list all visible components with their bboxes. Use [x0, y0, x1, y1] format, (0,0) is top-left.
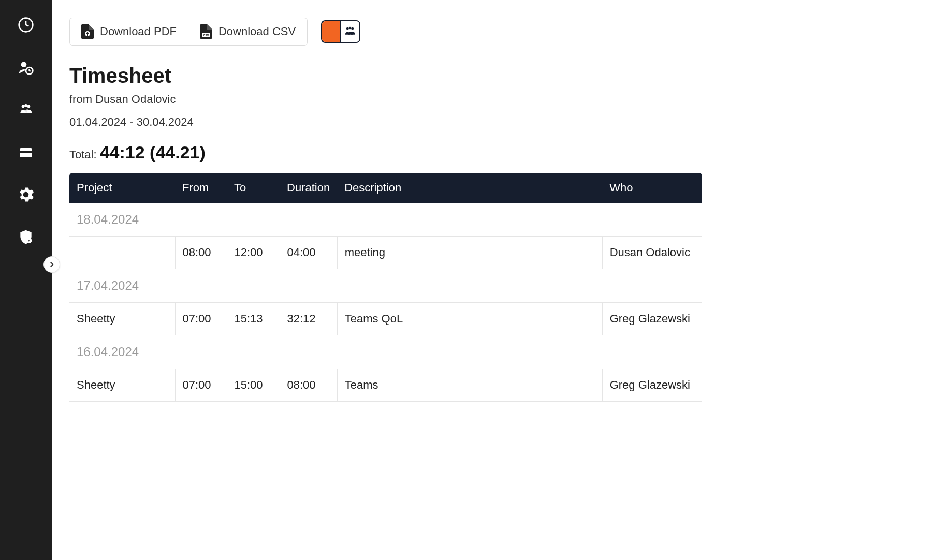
cell-description: Teams: [337, 369, 602, 402]
page-title: Timesheet: [69, 64, 915, 87]
cell-from: 08:00: [175, 237, 227, 269]
table-row: Sheetty07:0015:0008:00TeamsGreg Glazewsk…: [69, 369, 702, 402]
csv-file-icon: csv: [200, 24, 212, 39]
download-pdf-button[interactable]: Download PDF: [69, 18, 188, 46]
timesheet-table: Project From To Duration Description Who…: [69, 173, 702, 402]
date-group-label: 17.04.2024: [69, 269, 702, 303]
shield-icon[interactable]: e: [17, 228, 35, 246]
date-group-label: 16.04.2024: [69, 335, 702, 369]
svg-point-8: [24, 193, 27, 196]
cell-description: Teams QoL: [337, 303, 602, 335]
clock-icon[interactable]: [17, 16, 35, 34]
cell-to: 12:00: [227, 237, 280, 269]
cell-to: 15:13: [227, 303, 280, 335]
svg-point-15: [349, 27, 352, 30]
table-row: Sheetty07:0015:1332:12Teams QoLGreg Glaz…: [69, 303, 702, 335]
svg-point-4: [24, 104, 27, 107]
download-csv-label: Download CSV: [218, 25, 296, 38]
svg-text:e: e: [28, 239, 31, 243]
date-group-label: 18.04.2024: [69, 203, 702, 237]
svg-point-1: [21, 62, 27, 67]
cell-who: Greg Glazewski: [602, 303, 702, 335]
view-toggle-left[interactable]: [322, 21, 341, 42]
col-from: From: [175, 173, 227, 203]
col-project: Project: [69, 173, 175, 203]
total-value: 44:12 (44.21): [100, 142, 206, 162]
col-who: Who: [602, 173, 702, 203]
total-line: Total: 44:12 (44.21): [69, 142, 915, 163]
subtitle-prefix: from: [69, 93, 95, 106]
card-icon[interactable]: [17, 143, 35, 161]
table-row: 08:0012:0004:00meetingDusan Odalovic: [69, 237, 702, 269]
subtitle: from Dusan Odalovic: [69, 93, 915, 106]
download-csv-button[interactable]: csv Download CSV: [188, 18, 308, 46]
group-icon[interactable]: [17, 100, 35, 119]
date-group-row: 16.04.2024: [69, 335, 702, 369]
cell-project: Sheetty: [69, 303, 175, 335]
subtitle-person: Dusan Odalovic: [95, 93, 176, 106]
cell-duration: 32:12: [280, 303, 337, 335]
cell-who: Dusan Odalovic: [602, 237, 702, 269]
date-group-row: 17.04.2024: [69, 269, 702, 303]
cell-to: 15:00: [227, 369, 280, 402]
svg-point-3: [22, 105, 25, 108]
toolbar: Download PDF csv Download CSV: [69, 18, 915, 46]
date-group-row: 18.04.2024: [69, 203, 702, 237]
date-range: 01.04.2024 - 30.04.2024: [69, 115, 915, 129]
sidebar: e: [0, 0, 52, 560]
cell-duration: 08:00: [280, 369, 337, 402]
cell-project: [69, 237, 175, 269]
svg-point-14: [346, 27, 349, 30]
download-pdf-label: Download PDF: [100, 25, 177, 38]
cell-who: Greg Glazewski: [602, 369, 702, 402]
col-to: To: [227, 173, 280, 203]
cell-from: 07:00: [175, 369, 227, 402]
total-label: Total:: [69, 148, 100, 161]
svg-point-5: [27, 105, 30, 108]
pdf-file-icon: [81, 24, 94, 39]
cell-duration: 04:00: [280, 237, 337, 269]
view-toggle-team[interactable]: [341, 21, 359, 42]
cell-project: Sheetty: [69, 369, 175, 402]
svg-text:csv: csv: [203, 33, 209, 37]
svg-rect-7: [20, 151, 32, 153]
gear-icon[interactable]: [17, 185, 35, 204]
cell-description: meeting: [337, 237, 602, 269]
download-button-group: Download PDF csv Download CSV: [69, 18, 308, 46]
cell-from: 07:00: [175, 303, 227, 335]
expand-sidebar-button[interactable]: [43, 256, 60, 273]
view-toggle: [321, 20, 360, 43]
user-clock-icon[interactable]: [17, 58, 35, 77]
svg-point-16: [351, 27, 354, 30]
table-header-row: Project From To Duration Description Who: [69, 173, 702, 203]
col-duration: Duration: [280, 173, 337, 203]
main-content: Download PDF csv Download CSV: [52, 0, 933, 560]
col-description: Description: [337, 173, 602, 203]
